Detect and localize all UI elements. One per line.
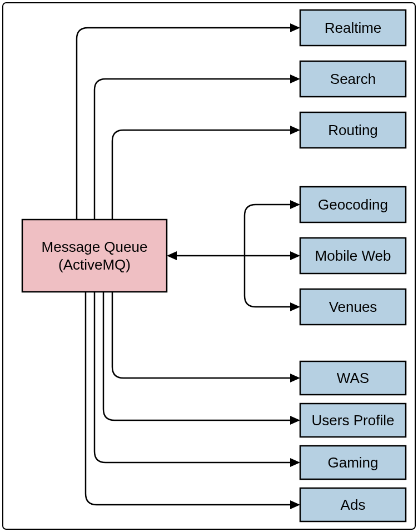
service-venues: Venues (300, 289, 406, 325)
service-was: WAS (300, 361, 406, 395)
arrowhead-icon (290, 74, 300, 83)
service-label: Mobile Web (315, 247, 391, 264)
arrowhead-icon (290, 200, 300, 209)
arrow-to-geocoding (245, 205, 290, 256)
arrow-to-users-profile (103, 292, 290, 420)
arrowhead-icon (290, 126, 300, 135)
arrow-to-venues (245, 256, 290, 307)
service-label: Realtime (325, 19, 382, 36)
service-ads: Ads (300, 488, 406, 521)
service-gaming: Gaming (300, 446, 406, 479)
service-realtime: Realtime (300, 10, 406, 46)
service-label: Gaming (327, 454, 378, 471)
arrow-to-routing (112, 130, 290, 220)
arrow-to-realtime (77, 28, 290, 220)
service-label: Geocoding (318, 196, 388, 213)
central-message-queue: Message Queue (ActiveMQ) (22, 220, 167, 292)
arrowhead-icon (290, 251, 300, 260)
service-label: Users Profile (312, 412, 395, 429)
arrowhead-icon (290, 23, 300, 32)
central-label-line1: Message Queue (42, 238, 148, 255)
arrow-to-ads (86, 292, 290, 505)
arrow-to-gaming (94, 292, 290, 463)
service-label: Ads (341, 496, 366, 513)
service-mobile-web: Mobile Web (300, 238, 406, 274)
service-geocoding: Geocoding (300, 187, 406, 222)
service-label: Venues (329, 299, 377, 315)
central-label-line2: (ActiveMQ) (58, 256, 131, 273)
service-routing: Routing (300, 112, 406, 148)
service-label: Search (330, 71, 376, 87)
service-users-profile: Users Profile (300, 404, 406, 437)
service-label: WAS (337, 370, 369, 386)
service-search: Search (300, 61, 406, 97)
arrowhead-icon (167, 251, 177, 260)
arrow-to-was (112, 292, 290, 378)
service-label: Routing (328, 122, 378, 138)
arrow-to-search (94, 79, 290, 220)
arrowhead-icon (290, 302, 300, 311)
diagram-canvas: Realtime Search Routing Geocoding Mobile… (0, 0, 418, 532)
